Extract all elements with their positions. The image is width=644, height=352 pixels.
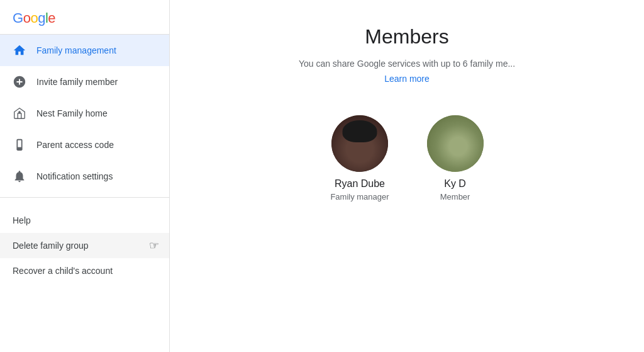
sidebar-item-help[interactable]: Help: [0, 208, 169, 233]
sidebar: Google Family management Invite family m…: [0, 0, 170, 352]
svg-point-4: [331, 115, 388, 172]
sidebar-item-delete-family-group[interactable]: Delete family group ☞: [0, 233, 169, 258]
member-card-ryan-dube: Ryan Dube Family manager: [330, 115, 389, 202]
bell-icon: [13, 169, 26, 183]
svg-rect-19: [459, 146, 467, 151]
sidebar-label-nest-family-home: Nest Family home: [36, 108, 108, 118]
sidebar-label-parent-access-code: Parent access code: [36, 140, 114, 150]
member-name-ryan-dube: Ryan Dube: [335, 178, 385, 190]
delete-family-group-label: Delete family group: [13, 241, 89, 251]
nav-divider: [0, 197, 169, 198]
add-circle-icon: [13, 75, 26, 89]
sidebar-label-family-management: Family management: [36, 45, 116, 55]
phone-icon: [13, 138, 26, 152]
google-logo: Google: [13, 10, 157, 26]
svg-rect-3: [18, 140, 21, 147]
logo-letter-g2: g: [38, 10, 45, 26]
member-role-ryan-dube: Family manager: [330, 192, 389, 202]
member-name-ky-d: Ky D: [444, 178, 466, 190]
svg-text:confused screaming: confused screaming: [433, 159, 473, 164]
recover-child-account-label: Recover a child's account: [13, 266, 113, 276]
logo-letter-o1: o: [23, 10, 31, 26]
sidebar-item-invite-family-member[interactable]: Invite family member: [0, 66, 169, 98]
logo-area: Google: [0, 0, 169, 35]
svg-point-15: [443, 129, 470, 147]
svg-point-14: [444, 133, 469, 163]
main-nav: Family management Invite family member N…: [0, 35, 169, 352]
nav-bottom-section: Help Delete family group ☞ Recover a chi…: [0, 203, 169, 288]
members-title: Members: [208, 25, 606, 48]
avatar-ky-d: confused screaming: [427, 115, 484, 172]
learn-more-link[interactable]: Learn more: [208, 74, 606, 84]
sidebar-item-parent-access-code[interactable]: Parent access code: [0, 129, 169, 161]
sidebar-label-notification-settings: Notification settings: [36, 171, 113, 181]
logo-letter-e: e: [48, 10, 55, 26]
member-role-ky-d: Member: [440, 192, 470, 202]
svg-point-5: [342, 130, 377, 140]
sidebar-label-invite-family-member: Invite family member: [36, 77, 118, 87]
avatar-ryan-dube: [331, 115, 388, 172]
home-icon: [13, 43, 26, 57]
svg-point-7: [347, 136, 372, 164]
svg-point-20: [439, 161, 474, 172]
members-row: Ryan Dube Family manager: [208, 115, 606, 202]
sidebar-item-notification-settings[interactable]: Notification settings: [0, 161, 169, 192]
svg-point-16: [452, 147, 455, 149]
nest-home-icon: [13, 106, 26, 120]
sidebar-item-recover-child-account[interactable]: Recover a child's account: [0, 258, 169, 283]
svg-point-13: [427, 115, 484, 172]
sidebar-item-nest-family-home[interactable]: Nest Family home: [0, 98, 169, 129]
svg-rect-9: [362, 147, 370, 153]
members-subtitle: You can share Google services with up to…: [208, 59, 606, 69]
svg-point-11: [342, 157, 377, 172]
main-content: Members You can share Google services wi…: [170, 0, 644, 352]
cursor-icon: ☞: [149, 239, 159, 253]
sidebar-item-family-management[interactable]: Family management: [0, 35, 169, 66]
help-label: Help: [13, 215, 31, 225]
svg-rect-18: [450, 146, 457, 151]
svg-rect-6: [345, 124, 374, 137]
logo-letter-o2: o: [30, 10, 38, 26]
svg-point-12: [427, 115, 484, 172]
svg-rect-8: [349, 147, 358, 153]
svg-point-0: [18, 111, 21, 113]
member-card-ky-d: confused screaming Ky D Member: [427, 115, 484, 202]
logo-letter-g: G: [13, 10, 23, 26]
svg-point-17: [458, 147, 462, 149]
